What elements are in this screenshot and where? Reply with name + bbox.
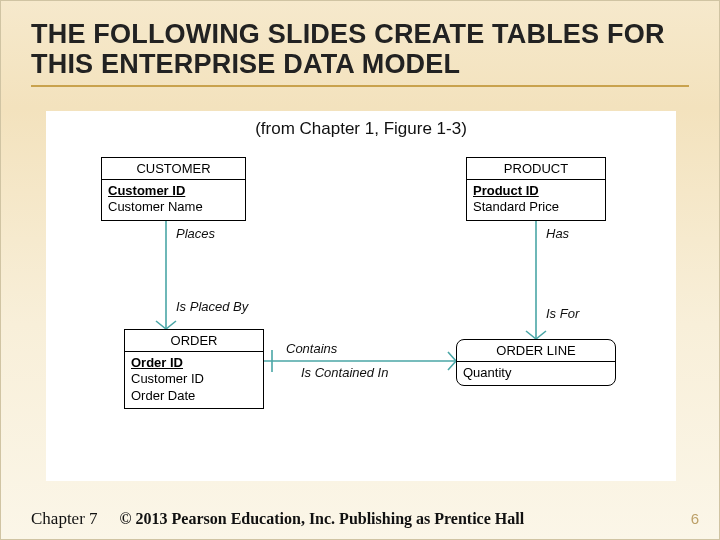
- rel-contains: Contains: [286, 341, 337, 356]
- entity-orderline: ORDER LINE Quantity: [456, 339, 616, 386]
- rel-has: Has: [546, 226, 569, 241]
- entity-order-name: ORDER: [125, 330, 263, 352]
- figure-caption: (from Chapter 1, Figure 1-3): [46, 111, 676, 139]
- rel-is-for: Is For: [546, 306, 579, 321]
- entity-order-attr-1: Order Date: [131, 388, 257, 404]
- slide-title: THE FOLLOWING SLIDES CREATE TABLES FOR T…: [31, 19, 689, 87]
- rel-places: Places: [176, 226, 215, 241]
- rel-is-contained-in: Is Contained In: [301, 365, 388, 380]
- footer-copyright: © 2013 Pearson Education, Inc. Publishin…: [120, 510, 525, 528]
- entity-customer-name: CUSTOMER: [102, 158, 245, 180]
- slide-footer: Chapter 7 © 2013 Pearson Education, Inc.…: [1, 509, 719, 529]
- entity-orderline-name: ORDER LINE: [457, 340, 615, 362]
- entity-orderline-attr-0: Quantity: [463, 365, 609, 381]
- footer-page: 6: [691, 510, 699, 527]
- entity-customer-attr-0: Customer Name: [108, 199, 239, 215]
- entity-product: PRODUCT Product ID Standard Price: [466, 157, 606, 221]
- entity-product-attr-0: Standard Price: [473, 199, 599, 215]
- figure-panel: (from Chapter 1, Figure 1-3) CUSTOMER Cu…: [46, 111, 676, 481]
- entity-product-name: PRODUCT: [467, 158, 605, 180]
- entity-customer-pk: Customer ID: [108, 183, 239, 199]
- rel-is-placed-by: Is Placed By: [176, 299, 248, 314]
- entity-order-pk: Order ID: [131, 355, 257, 371]
- footer-chapter: Chapter 7: [31, 509, 98, 529]
- entity-order-attr-0: Customer ID: [131, 371, 257, 387]
- entity-product-pk: Product ID: [473, 183, 599, 199]
- er-diagram: CUSTOMER Customer ID Customer Name PRODU…: [46, 151, 676, 481]
- entity-customer: CUSTOMER Customer ID Customer Name: [101, 157, 246, 221]
- entity-order: ORDER Order ID Customer ID Order Date: [124, 329, 264, 409]
